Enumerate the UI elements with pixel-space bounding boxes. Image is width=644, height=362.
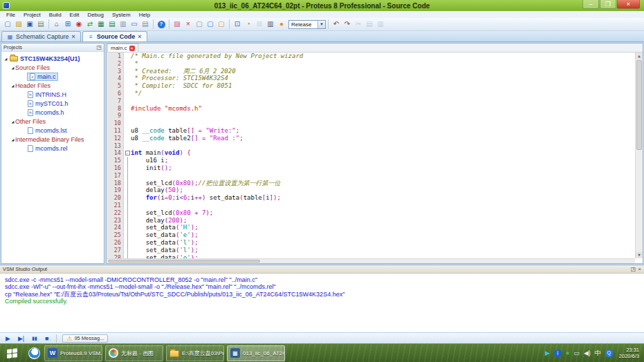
paste-icon[interactable]: ▥	[375, 19, 386, 30]
tree-expand-icon[interactable]: ◢	[10, 66, 15, 70]
fold-collapse-icon[interactable]: -	[125, 151, 130, 155]
fold-marker[interactable]: -	[124, 149, 131, 157]
browser-tray-icon[interactable]: Q	[605, 350, 613, 357]
horizontal-scrollbar-thumb[interactable]	[108, 260, 260, 263]
minimize-button[interactable]: –	[582, 0, 599, 9]
open-source-file-icon[interactable]: ▨	[172, 19, 183, 30]
stop-button[interactable]: ■	[45, 334, 48, 343]
save-project-icon[interactable]: ▣	[24, 19, 35, 30]
tab-schematic-capture[interactable]: ▦Schematic Capture×	[1, 31, 81, 41]
close-source-file-icon[interactable]: ×	[183, 19, 194, 30]
vertical-scrollbar[interactable]: ▲ ▼	[635, 53, 643, 258]
task-word[interactable]: WProteus8.9 VSM...	[44, 345, 102, 361]
tree-file-mcomds-rel[interactable]: mcomds.rel	[1, 144, 104, 153]
menu-project[interactable]: Project	[19, 12, 45, 18]
vertical-scrollbar-thumb[interactable]	[636, 60, 642, 150]
project-settings-icon[interactable]: ▥	[265, 19, 276, 30]
tree-expand-icon[interactable]: ◢	[10, 137, 15, 142]
menu-debug[interactable]: Debug	[83, 12, 108, 18]
step-button[interactable]: ▶|	[18, 334, 24, 343]
code-line: 15 u16 i;	[107, 157, 643, 164]
code-line: 12u8 __code table2[] = "Read :";	[107, 135, 643, 142]
new-project-icon[interactable]: ▢	[2, 19, 13, 30]
schematic-capture-icon[interactable]: ⊞	[62, 19, 73, 30]
new-sheet-icon[interactable]: ▭	[129, 19, 140, 30]
tree-file-mcomds-h[interactable]: hmcomds.h	[1, 108, 104, 117]
undo-icon[interactable]: ↶	[331, 19, 342, 30]
browser-launcher-button[interactable]	[24, 344, 44, 362]
close-button[interactable]: ×	[617, 0, 640, 9]
target-icon[interactable]: ●	[276, 19, 287, 30]
close-tab-icon[interactable]: ×	[72, 33, 75, 40]
tree-expand-icon[interactable]: ◢	[3, 57, 8, 61]
redo-icon[interactable]: ↷	[342, 19, 353, 30]
pause-button[interactable]: ▮▮	[32, 334, 37, 343]
menu-build[interactable]: Build	[45, 12, 66, 18]
build-icon[interactable]: ⊡	[232, 19, 243, 30]
start-button[interactable]	[0, 344, 24, 362]
rebuild-icon[interactable]: ◔	[243, 19, 254, 30]
clean-icon[interactable]: ⊠	[254, 19, 265, 30]
ime-chinese-tray-icon[interactable]: 中	[595, 350, 601, 356]
code-area[interactable]: 1/* Main.c file generated by New Project…	[107, 53, 643, 263]
line-number: 11	[107, 127, 124, 135]
tree-group-header-files[interactable]: ◢Header Files	[1, 81, 104, 90]
tab-source-code[interactable]: ≡Source Code×	[82, 31, 147, 41]
tree-group-source-files[interactable]: ◢Source Files	[1, 63, 104, 72]
tree-group-intermediate-binary-files[interactable]: ◢Intermediate Binary Files	[1, 135, 104, 144]
menu-system[interactable]: System	[108, 12, 135, 18]
bill-of-materials-icon[interactable]: ▤	[107, 19, 118, 30]
volume-tray-icon[interactable]: ◀)	[584, 350, 591, 356]
home-icon[interactable]: ⌂	[51, 19, 62, 30]
messenger-tray-icon[interactable]: ●	[566, 350, 569, 356]
media-player-tray-icon[interactable]: ▶	[545, 350, 550, 356]
close-tab-icon[interactable]: ×	[138, 33, 141, 40]
pcb-layout-icon[interactable]: ◉	[73, 19, 84, 30]
open-project-icon[interactable]: ▨	[13, 19, 24, 30]
menu-help[interactable]: Help	[135, 12, 154, 18]
menu-file[interactable]: File	[2, 12, 19, 18]
sheet-list-icon[interactable]: ▤	[140, 19, 151, 30]
task-proteus[interactable]: ▦013_iic_06_AT24...	[227, 345, 285, 361]
scroll-up-icon[interactable]: ▲	[636, 53, 643, 59]
cut-icon[interactable]: ✂	[353, 19, 364, 30]
new-source-file-icon[interactable]: ▢	[194, 19, 205, 30]
chevron-down-icon[interactable]: ▾	[318, 21, 325, 28]
float-panel-icon[interactable]: ◳	[631, 266, 636, 272]
copy-icon[interactable]: ▤	[364, 19, 375, 30]
task-paint[interactable]: 无标题 - 画图	[105, 345, 163, 361]
export-source-file-icon[interactable]: ▢	[216, 19, 227, 30]
fold-marker	[124, 187, 131, 194]
task-explorer[interactable]: E:\百度云盘03\Pr...	[166, 345, 224, 361]
line-number: 20	[107, 194, 124, 202]
horizontal-scrollbar[interactable]	[107, 258, 635, 263]
tree-group-other-files[interactable]: ◢Other Files	[1, 117, 104, 126]
bluetooth-tray-icon[interactable]: ᛒ	[554, 350, 562, 357]
network-tray-icon[interactable]: ▭	[573, 350, 580, 356]
erc-report-icon[interactable]: ▥	[118, 19, 129, 30]
close-panel-icon[interactable]: ×	[638, 266, 641, 272]
build-config-select[interactable]: Release▾	[288, 20, 326, 29]
import-project-icon[interactable]: ▤	[35, 19, 46, 30]
fold-marker	[124, 224, 131, 231]
tree-root-item[interactable]: ◢STC15W4K32S4(U1)	[1, 54, 104, 63]
document-tab-main-c[interactable]: main.c ×	[107, 44, 138, 52]
add-source-file-icon[interactable]: ▢	[205, 19, 216, 30]
maximize-button[interactable]: ❐	[600, 0, 616, 9]
play-button[interactable]: ▶	[6, 334, 10, 343]
menu-edit[interactable]: Edit	[66, 12, 84, 18]
tree-file-mcomds-lst[interactable]: mcomds.lst	[1, 126, 104, 135]
3d-viewer-icon[interactable]: ⇄	[84, 19, 95, 30]
tree-file-intrins-h[interactable]: hINTRINS.H	[1, 90, 104, 99]
tree-expand-icon[interactable]: ◢	[10, 84, 15, 88]
tree-file-main-c[interactable]: cmain.c	[1, 72, 104, 81]
document-tab-close-icon[interactable]: ×	[129, 46, 135, 51]
tree-expand-icon[interactable]: ◢	[10, 120, 15, 124]
design-explorer-icon[interactable]: ▦	[95, 19, 107, 30]
scroll-down-icon[interactable]: ▼	[636, 251, 643, 258]
messages-button[interactable]: ⚠ 95 Messag...	[62, 334, 108, 343]
tree-file-mystc01-h[interactable]: hmySTC01.h	[1, 99, 104, 108]
taskbar-clock[interactable]: 23:31 2020/6/3	[619, 347, 639, 359]
help-icon[interactable]: ?	[156, 19, 167, 30]
float-panel-icon[interactable]: ◳	[96, 44, 102, 50]
